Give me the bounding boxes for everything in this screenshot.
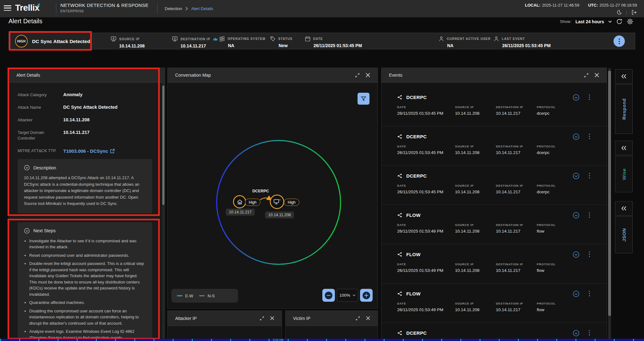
breadcrumb-alert-details: Alert Details	[191, 6, 213, 11]
event-menu-button[interactable]	[589, 290, 590, 297]
event-card[interactable]: DCERPC DATE26/11/2025 01:53:45 PM SOURCE…	[381, 166, 607, 205]
event-menu-button[interactable]	[589, 173, 590, 179]
tab-wise[interactable]: Wise	[615, 156, 633, 192]
show-label: Show:	[560, 19, 571, 24]
events-scrollbar[interactable]	[608, 68, 611, 340]
event-protocol-value: dcerpc	[537, 150, 578, 155]
event-protocol-value: dcerpc	[537, 111, 578, 116]
summary-current-active-user: CURRENT ACTIVE USER NA	[438, 36, 491, 48]
respond-collapse-button[interactable]	[615, 69, 633, 84]
event-date-label: DATE	[397, 262, 442, 266]
node-attacker-host[interactable]: ?	[270, 195, 284, 209]
description-header[interactable]: Description	[24, 165, 146, 171]
operating-system-label: OPERATING SYSTEM	[228, 37, 265, 41]
brand-text: Trellix	[15, 3, 39, 13]
utc-value: 2025-11-27 06:16:59	[599, 3, 637, 8]
edge-protocol-label: DCERPC	[251, 189, 270, 193]
event-expand-button[interactable]	[573, 330, 580, 337]
json-collapse-button[interactable]	[615, 201, 633, 216]
event-expand-button[interactable]	[573, 94, 580, 101]
time-range-select[interactable]: Last 24 hours	[575, 19, 604, 24]
zoom-out-button[interactable]	[322, 289, 335, 302]
event-source-value: 10.14.11.208	[455, 111, 483, 116]
event-card[interactable]: DCERPC	[381, 323, 607, 341]
victim-severity-pill: High	[245, 199, 260, 206]
zoom-level-select[interactable]: 100%	[337, 289, 358, 302]
close-icon[interactable]	[595, 73, 599, 77]
expand-icon[interactable]	[584, 73, 589, 78]
wise-collapse-button[interactable]	[615, 141, 633, 155]
expand-icon[interactable]	[355, 73, 360, 78]
chevron-down-icon	[353, 294, 356, 296]
event-destination-label: DESTINATION IP	[496, 223, 524, 227]
alert-title: DC Sync Attack Detected	[32, 33, 90, 50]
circle-chevron-down-icon	[24, 165, 30, 171]
alert-details-scrollbar[interactable]	[162, 83, 164, 340]
refresh-button[interactable]	[616, 18, 623, 25]
event-card[interactable]: DCERPC DATE26/11/2025 01:53:45 PM SOURCE…	[381, 87, 607, 126]
next-step-item: Investigate the Attacker to see if it is…	[29, 238, 146, 250]
event-source-label: SOURCE IP	[455, 105, 483, 109]
clock-block: LOCAL:2025-11-27 11:46:59 UTC:2025-11-27…	[525, 3, 637, 8]
event-card[interactable]: FLOW DATE26/11/2025 01:53:49 PM SOURCE I…	[381, 244, 607, 283]
json-tab-label: JSON	[621, 228, 627, 242]
event-date-label: DATE	[397, 223, 442, 227]
conversation-map-canvas[interactable]: DCERPC High 10.14.11.217 ? High 10.14.11…	[168, 83, 378, 309]
event-menu-button[interactable]	[589, 251, 590, 257]
event-expand-button[interactable]	[573, 173, 580, 179]
tab-json[interactable]: JSON	[615, 216, 633, 253]
utc-time: UTC:2025-11-27 06:16:59	[588, 3, 637, 8]
chevron-down-icon[interactable]	[608, 20, 612, 23]
crown-icon	[213, 37, 218, 41]
breadcrumb-detection[interactable]: Detection	[165, 6, 182, 11]
tab-respond[interactable]: Respond	[615, 84, 633, 134]
event-card[interactable]: DCERPC DATE26/11/2025 01:53:45 PM SOURCE…	[381, 126, 607, 166]
next-step-item: Disabling the compromised user account c…	[29, 308, 146, 327]
event-menu-button[interactable]	[589, 94, 590, 100]
event-protocol-value: flow	[537, 307, 578, 312]
expand-icon[interactable]	[355, 316, 360, 321]
event-expand-button[interactable]	[573, 212, 580, 219]
double-chevron-left-icon	[621, 146, 627, 150]
mitre-ttp-link[interactable]: T1003.006 - DCSync	[63, 148, 152, 154]
event-name: DCERPC	[406, 134, 427, 139]
close-icon[interactable]	[366, 73, 370, 77]
event-menu-button[interactable]	[589, 330, 590, 336]
share-icon	[397, 291, 402, 296]
event-destination-value: 10.14.11.217	[496, 111, 524, 116]
zoom-in-button[interactable]	[360, 289, 373, 302]
event-menu-button[interactable]	[589, 212, 590, 218]
next-steps-header[interactable]: Next Steps	[24, 228, 146, 234]
event-source-label: SOURCE IP	[455, 184, 483, 187]
event-date-label: DATE	[397, 184, 442, 187]
logout-icon[interactable]	[631, 9, 637, 15]
event-name: DCERPC	[406, 95, 427, 100]
kv-label: Attack Category	[18, 92, 63, 98]
event-card[interactable]: FLOW DATE26/11/2025 01:53:49 PM SOURCE I…	[381, 283, 607, 323]
close-icon[interactable]	[270, 316, 274, 320]
event-destination-label: DESTINATION IP	[496, 145, 524, 148]
summary-source-ip: SOURCE IP 10.14.11.208	[110, 36, 145, 48]
conversation-map-title: Conversation Map	[175, 73, 211, 78]
share-icon	[397, 330, 402, 336]
event-card[interactable]: FLOW DATE26/11/2025 01:53:48 PM SOURCE I…	[381, 205, 607, 244]
kv-value: 10.14.11.217	[63, 130, 152, 142]
gear-icon[interactable]	[627, 18, 633, 25]
summary-actions-button[interactable]	[613, 36, 625, 47]
severity-badge: HIGH	[15, 35, 28, 47]
local-value: 2025-11-27 11:46:59	[542, 3, 579, 8]
next-step-item: Quarantine affected machines.	[29, 300, 146, 306]
close-icon[interactable]	[366, 316, 370, 320]
event-expand-button[interactable]	[573, 290, 580, 297]
theme-moon-icon[interactable]	[616, 9, 622, 15]
event-expand-button[interactable]	[573, 251, 580, 258]
expand-icon[interactable]	[259, 316, 264, 321]
node-victim-host[interactable]	[233, 195, 246, 208]
product-name-block: NETWORK DETECTION & RESPONSE ENTERPRISE	[60, 3, 148, 13]
summary-date: DATE 26/11/2025 01:53:45 PM	[305, 36, 362, 48]
event-expand-button[interactable]	[573, 133, 580, 140]
hamburger-menu-icon[interactable]	[4, 5, 12, 12]
kv-label: Target Domain Controller	[18, 130, 63, 142]
event-menu-button[interactable]	[589, 133, 590, 140]
product-edition: ENTERPRISE	[60, 9, 148, 13]
